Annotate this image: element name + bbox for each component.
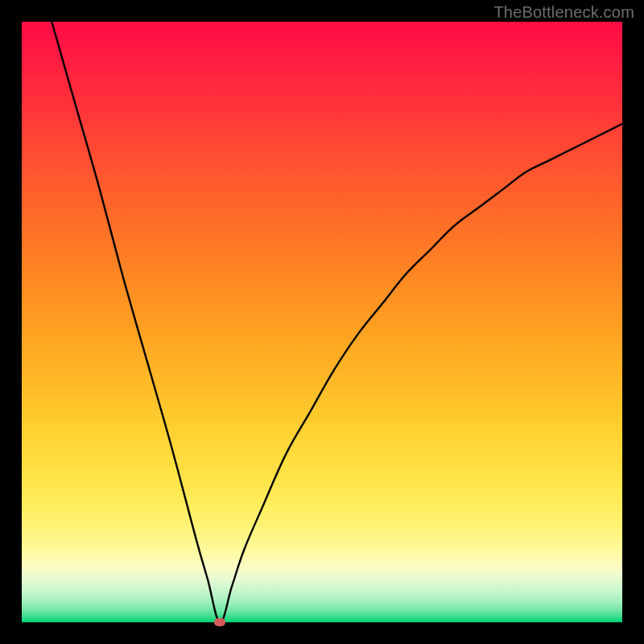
plot-area — [22, 22, 622, 622]
optimum-marker — [214, 618, 225, 626]
watermark-text: TheBottleneck.com — [493, 3, 634, 22]
chart-frame: TheBottleneck.com — [0, 0, 644, 644]
bottleneck-curve — [52, 22, 622, 622]
curve-svg — [22, 22, 622, 622]
